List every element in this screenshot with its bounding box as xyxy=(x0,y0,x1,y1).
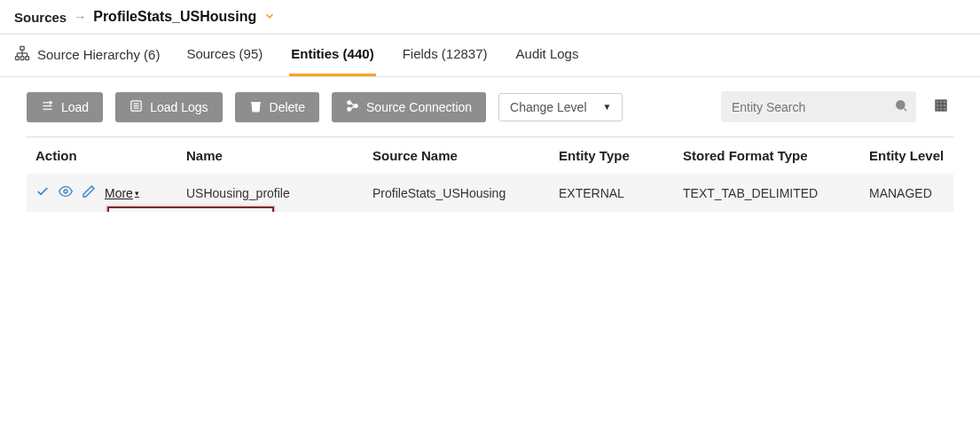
col-source-name: Source Name xyxy=(364,137,550,175)
breadcrumb-arrow-icon: → xyxy=(74,10,86,24)
eye-icon[interactable] xyxy=(59,184,73,201)
check-icon[interactable] xyxy=(35,184,50,201)
connection-icon xyxy=(346,99,359,115)
svg-rect-2 xyxy=(20,57,24,60)
cell-source-name: ProfileStats_USHousing xyxy=(364,174,550,212)
breadcrumb-root[interactable]: Sources xyxy=(14,10,67,25)
cell-entity-level: MANAGED xyxy=(860,174,953,212)
dropdown-load[interactable]: Load xyxy=(107,206,274,212)
svg-point-30 xyxy=(64,190,67,193)
svg-rect-1 xyxy=(16,57,20,60)
search-field[interactable] xyxy=(732,100,887,114)
search-icon xyxy=(894,98,908,115)
list-icon xyxy=(129,99,143,115)
columns-icon[interactable] xyxy=(929,93,953,121)
source-hierarchy-link[interactable]: Source Hierarchy (6) xyxy=(14,45,160,76)
change-level-select[interactable]: Change Level ▼ xyxy=(498,93,623,121)
source-hierarchy-label: Source Hierarchy (6) xyxy=(37,47,160,62)
more-dropdown-menu: Load Load Logs Delete Discover Source Co… xyxy=(106,206,275,212)
svg-line-21 xyxy=(351,103,355,105)
entities-table: Action Name Source Name Entity Type Stor… xyxy=(27,136,953,212)
svg-line-22 xyxy=(351,106,355,109)
svg-rect-3 xyxy=(26,57,29,60)
svg-point-19 xyxy=(354,104,357,107)
pencil-icon[interactable] xyxy=(82,184,96,201)
tab-fields[interactable]: Fields (12837) xyxy=(401,46,490,76)
load-logs-button-label: Load Logs xyxy=(150,100,208,114)
tabs-row: Source Hierarchy (6) Sources (95) Entiti… xyxy=(0,35,980,77)
col-entity-type: Entity Type xyxy=(550,137,674,175)
load-icon xyxy=(41,99,54,115)
breadcrumb-current: ProfileStats_USHousing xyxy=(93,9,256,25)
chevron-down-icon[interactable] xyxy=(263,10,276,25)
trash-icon xyxy=(249,99,263,115)
svg-rect-25 xyxy=(936,100,946,111)
action-cell: More ▾ xyxy=(35,184,169,201)
cell-entity-type: EXTERNAL xyxy=(550,174,674,212)
source-connection-button-label: Source Connection xyxy=(366,100,472,114)
load-button-label: Load xyxy=(61,100,89,114)
col-name: Name xyxy=(177,137,364,175)
tab-entities[interactable]: Entities (440) xyxy=(289,46,375,76)
col-action: Action xyxy=(27,137,177,175)
toolbar: Load Load Logs Delete Source Connection … xyxy=(0,77,980,136)
breadcrumb: Sources → ProfileStats_USHousing xyxy=(0,0,980,35)
load-button[interactable]: Load xyxy=(27,92,103,122)
load-logs-button[interactable]: Load Logs xyxy=(115,92,222,122)
svg-rect-0 xyxy=(20,47,25,51)
svg-point-20 xyxy=(348,107,351,111)
delete-button-label: Delete xyxy=(270,100,305,114)
entity-search-input[interactable] xyxy=(721,91,916,122)
cell-stored-format: TEXT_TAB_DELIMITED xyxy=(674,174,860,212)
source-connection-button[interactable]: Source Connection xyxy=(332,92,486,122)
svg-line-24 xyxy=(904,108,906,111)
more-label: More xyxy=(105,186,133,200)
more-dropdown-trigger[interactable]: More ▾ xyxy=(105,186,139,200)
tab-sources[interactable]: Sources (95) xyxy=(184,46,264,76)
col-entity-level: Entity Level xyxy=(860,137,953,175)
svg-point-23 xyxy=(897,101,905,109)
hierarchy-icon xyxy=(14,45,30,64)
svg-point-18 xyxy=(348,100,351,104)
col-stored-format: Stored Format Type xyxy=(674,137,860,175)
caret-down-icon: ▾ xyxy=(135,189,139,198)
change-level-label: Change Level xyxy=(510,100,586,114)
caret-down-icon: ▼ xyxy=(603,102,612,112)
delete-button[interactable]: Delete xyxy=(235,92,319,122)
tab-audit-logs[interactable]: Audit Logs xyxy=(514,46,581,76)
